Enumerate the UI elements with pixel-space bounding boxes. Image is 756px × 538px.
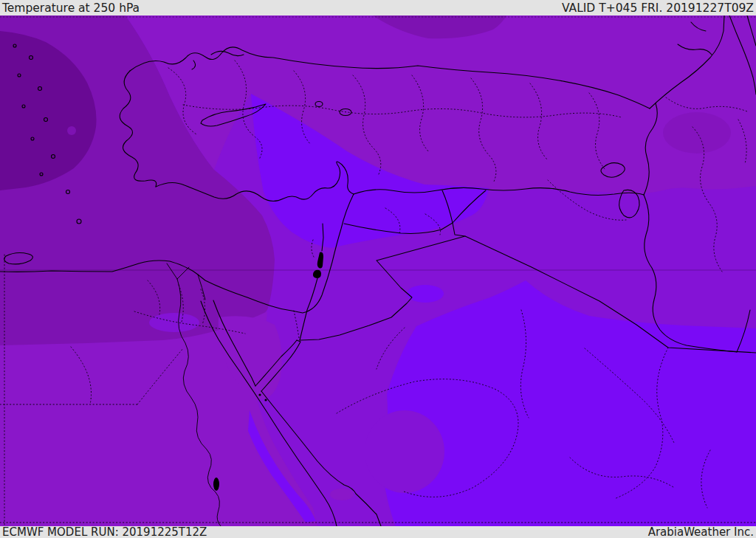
footer-bar: ECMWF MODEL RUN: 20191225T12Z ArabiaWeat… <box>0 526 756 538</box>
shade-corner-dot <box>67 126 76 135</box>
map-area <box>0 15 756 526</box>
shade-hejaz-blob <box>365 410 444 493</box>
page-title: Temperature at 250 hPa <box>2 1 140 15</box>
lake-nasser <box>213 477 219 491</box>
red-sea-islet <box>264 399 267 401</box>
shade-delta-notch <box>149 313 199 332</box>
shade-dark-spot <box>330 489 354 500</box>
header-bar: Temperature at 250 hPa VALID T+045 FRI. … <box>0 0 756 15</box>
provider-credit: ArabiaWeather Inc. <box>648 526 754 538</box>
model-run-label: ECMWF MODEL RUN: 20191225T12Z <box>2 526 207 538</box>
valid-time-label: VALID T+045 FRI. 20191227T09Z <box>562 1 754 15</box>
tiran-island <box>258 393 261 396</box>
weather-map <box>0 15 756 526</box>
shade-jordan-bright-blob <box>407 285 444 303</box>
weather-map-app: Temperature at 250 hPa VALID T+045 FRI. … <box>0 0 756 538</box>
